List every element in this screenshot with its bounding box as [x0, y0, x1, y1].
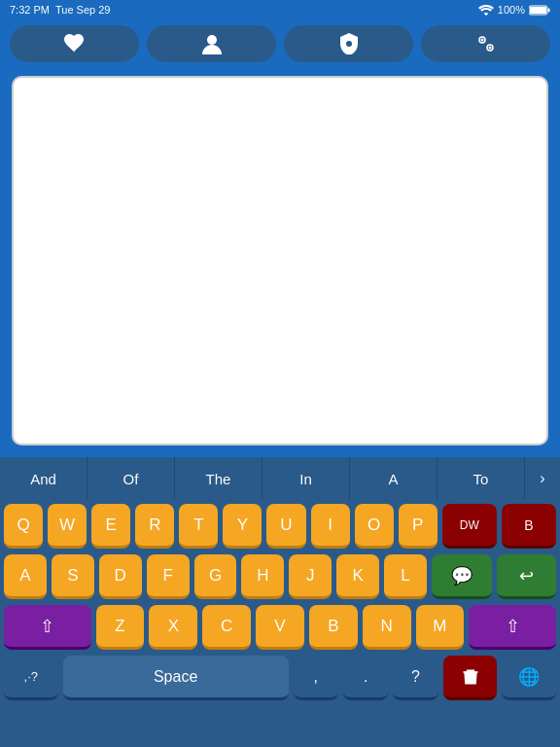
favorites-button[interactable] — [10, 25, 139, 62]
status-right: 100% — [478, 4, 550, 16]
heart-icon — [64, 34, 86, 53]
svg-point-8 — [488, 47, 491, 50]
battery-icon — [529, 5, 550, 16]
key-y[interactable]: Y — [223, 504, 262, 549]
key-q[interactable]: Q — [4, 504, 43, 549]
key-t[interactable]: T — [179, 504, 218, 549]
key-f[interactable]: F — [147, 554, 190, 599]
svg-point-7 — [480, 39, 483, 42]
key-question[interactable]: ? — [393, 656, 438, 700]
key-o[interactable]: O — [355, 504, 394, 549]
key-period[interactable]: . — [343, 656, 388, 700]
key-g[interactable]: G — [194, 554, 237, 599]
key-return[interactable]: ↩ — [497, 554, 556, 599]
suggestion-the[interactable]: The — [175, 457, 262, 500]
key-comma[interactable]: , — [294, 656, 338, 700]
key-i[interactable]: I — [311, 504, 350, 549]
battery-level: 100% — [498, 4, 525, 16]
key-z[interactable]: Z — [96, 605, 145, 650]
svg-rect-1 — [530, 7, 546, 14]
status-date: Tue Sep 29 — [55, 4, 110, 16]
suggestion-a[interactable]: A — [350, 457, 438, 500]
key-b[interactable]: B — [309, 605, 358, 650]
suggestion-to[interactable]: To — [438, 457, 525, 500]
key-chat[interactable]: 💬 — [432, 554, 491, 599]
key-j[interactable]: J — [289, 554, 332, 599]
shield-button[interactable] — [284, 25, 413, 62]
keyboard-row-3: ⇧ Z X C V B N M ⇧ — [4, 605, 556, 650]
suggestion-and[interactable]: And — [0, 457, 88, 500]
key-x[interactable]: X — [149, 605, 197, 650]
key-k[interactable]: K — [336, 554, 379, 599]
key-shift-left[interactable]: ⇧ — [4, 605, 91, 650]
keyboard-row-4: ,·? Space , . ? 🌐 — [4, 656, 556, 700]
suggestion-of[interactable]: Of — [88, 457, 175, 500]
suggestion-more-button[interactable]: › — [525, 470, 560, 487]
svg-point-3 — [207, 35, 217, 45]
svg-point-4 — [346, 41, 352, 47]
person-button[interactable] — [147, 25, 276, 62]
text-area-container — [0, 68, 560, 457]
keyboard-row-1: Q W E R T Y U I O P DW B — [4, 504, 556, 549]
wifi-icon — [478, 4, 494, 16]
keyboard: Q W E R T Y U I O P DW B A S D F G H J K… — [0, 500, 560, 747]
suggestions-row: And Of The In A To › — [0, 457, 560, 500]
key-m[interactable]: M — [416, 605, 465, 650]
settings-button[interactable] — [421, 25, 550, 62]
key-w[interactable]: W — [48, 504, 87, 549]
person-icon — [202, 33, 222, 54]
key-l[interactable]: L — [384, 554, 427, 599]
svg-rect-2 — [548, 8, 550, 12]
key-symbols[interactable]: ,·? — [4, 656, 58, 700]
key-b-special[interactable]: B — [502, 504, 556, 549]
suggestion-in[interactable]: In — [262, 457, 350, 500]
key-a[interactable]: A — [4, 554, 47, 599]
key-shift-right[interactable]: ⇧ — [469, 605, 556, 650]
key-v[interactable]: V — [256, 605, 304, 650]
key-delete[interactable] — [443, 656, 498, 700]
key-dw[interactable]: DW — [442, 504, 497, 549]
key-d[interactable]: D — [99, 554, 142, 599]
key-s[interactable]: S — [52, 554, 94, 599]
status-time: 7:32 PM — [10, 4, 50, 16]
key-u[interactable]: U — [266, 504, 305, 549]
key-h[interactable]: H — [241, 554, 284, 599]
status-bar: 7:32 PM Tue Sep 29 100% — [0, 0, 560, 19]
shield-icon — [339, 33, 359, 54]
trash-icon — [461, 667, 480, 687]
key-e[interactable]: E — [91, 504, 130, 549]
top-nav — [0, 19, 560, 68]
key-n[interactable]: N — [363, 605, 411, 650]
text-input[interactable] — [12, 76, 548, 445]
keyboard-row-2: A S D F G H J K L 💬 ↩ — [4, 554, 556, 599]
key-r[interactable]: R — [135, 504, 174, 549]
key-globe[interactable]: 🌐 — [502, 656, 556, 700]
key-p[interactable]: P — [399, 504, 438, 549]
key-c[interactable]: C — [202, 605, 251, 650]
gears-icon — [475, 33, 497, 54]
key-space[interactable]: Space — [63, 656, 289, 700]
